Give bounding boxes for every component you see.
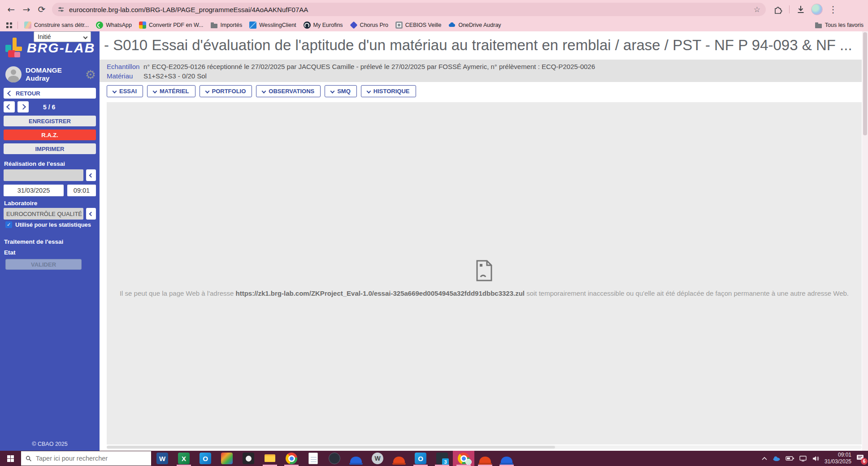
profile-avatar[interactable] bbox=[811, 4, 823, 15]
vertical-scrollbar[interactable] bbox=[862, 31, 868, 451]
taskbar-panda-app[interactable] bbox=[238, 451, 259, 466]
bookmark-pdf-converter[interactable]: Convertir PDF en W... bbox=[135, 20, 207, 30]
bookmark-eurofins[interactable]: My Eurofins bbox=[300, 20, 347, 30]
bookmark-label: CEBIOS Veille bbox=[405, 22, 442, 28]
date-input[interactable]: 31/03/2025 bbox=[4, 185, 64, 196]
laboratoire-input[interactable]: EUROCONTRÔLE QUALITÉ bbox=[4, 208, 83, 220]
tray-date: 31/03/2025 bbox=[825, 458, 851, 465]
network-icon[interactable] bbox=[799, 456, 807, 462]
bookmark-importes[interactable]: Importés bbox=[207, 20, 246, 30]
taskbar-notepad[interactable] bbox=[302, 451, 324, 466]
tab-portfolio[interactable]: PORTFOLIO bbox=[200, 85, 252, 97]
etat-label: Etat bbox=[4, 249, 16, 256]
page-title: - S010 Essai d'évaluation de l'aptitude … bbox=[104, 37, 857, 54]
error-suffix: soit temporairement inaccessible ou qu'e… bbox=[525, 289, 849, 297]
taskbar-helmet-red-app-2[interactable] bbox=[474, 451, 496, 466]
taskbar-photos[interactable] bbox=[216, 451, 238, 466]
tab-observations[interactable]: OBSERVATIONS bbox=[256, 85, 321, 97]
tab-label: SMQ bbox=[337, 88, 351, 95]
taskbar-outlook[interactable]: O bbox=[195, 451, 216, 466]
brg-lab-logo-text: BRG-LAB bbox=[27, 40, 95, 56]
stats-checkbox[interactable]: ✓ bbox=[5, 221, 12, 228]
taskbar-excel[interactable]: X bbox=[173, 451, 195, 466]
echantillon-link[interactable]: Echantillon bbox=[107, 63, 143, 70]
onedrive-icon bbox=[448, 22, 456, 29]
taskbar-search[interactable] bbox=[21, 451, 152, 466]
url-text[interactable]: eurocontrole.brg-lab.com/BRG-LAB/PAGE_pr… bbox=[69, 6, 754, 13]
realisation-picker-button[interactable] bbox=[86, 169, 96, 181]
info-band: Echantillon n° ECQ-E2025-0126 réceptionn… bbox=[100, 60, 862, 82]
gear-icon[interactable]: ⚙ bbox=[85, 69, 96, 81]
forward-icon[interactable]: → bbox=[19, 2, 34, 17]
raz-button[interactable]: R.A.Z. bbox=[4, 129, 96, 140]
onedrive-tray-icon[interactable] bbox=[773, 456, 781, 461]
sidebar: BRG-LAB DOMANGE Audray ⚙ RETOUR 5 / 6 EN… bbox=[0, 31, 100, 451]
bookmark-label: Importés bbox=[221, 22, 243, 28]
search-input[interactable] bbox=[36, 455, 147, 462]
tray-chevron-up-icon[interactable] bbox=[761, 456, 768, 461]
retour-button[interactable]: RETOUR bbox=[4, 88, 96, 99]
enregistrer-button[interactable]: ENREGISTRER bbox=[4, 116, 96, 126]
taskbar-outlook-2[interactable]: O bbox=[410, 451, 431, 466]
speaker-icon[interactable] bbox=[812, 456, 820, 462]
time-input[interactable]: 09:01 bbox=[67, 185, 96, 196]
apps-grid-icon[interactable] bbox=[6, 22, 9, 25]
downloads-icon[interactable] bbox=[793, 2, 808, 17]
bookmark-star-icon[interactable]: ☆ bbox=[754, 5, 760, 14]
user-name: DOMANGE Audray bbox=[26, 66, 85, 82]
bookmark-label: Construire sans détr... bbox=[34, 22, 89, 28]
taskbar-w-app[interactable]: W bbox=[367, 451, 388, 466]
taskbar-helmet-red-app[interactable] bbox=[388, 451, 410, 466]
bookmark-construire[interactable]: Construire sans détr... bbox=[21, 20, 92, 30]
taskbar-dark-app[interactable] bbox=[324, 451, 345, 466]
horizontal-scrollbar-thumb[interactable] bbox=[107, 446, 555, 449]
tab-materiel[interactable]: MATÉRIEL bbox=[147, 85, 195, 97]
address-bar[interactable]: eurocontrole.brg-lab.com/BRG-LAB/PAGE_pr… bbox=[52, 3, 766, 16]
bookmark-cebios[interactable]: CEBIOS Veille bbox=[392, 20, 445, 30]
valider-button[interactable]: VALIDER bbox=[5, 259, 82, 270]
taskbar-chrome-active[interactable] bbox=[453, 451, 474, 466]
vertical-scrollbar-thumb[interactable] bbox=[863, 32, 867, 135]
tab-label: HISTORIQUE bbox=[373, 88, 410, 95]
tab-historique[interactable]: HISTORIQUE bbox=[361, 85, 416, 97]
notification-center-icon[interactable]: 6 bbox=[856, 454, 864, 463]
pdf-converter-icon bbox=[139, 22, 146, 29]
laboratoire-picker-button[interactable] bbox=[86, 208, 96, 220]
battery-icon[interactable] bbox=[786, 456, 794, 461]
imprimer-button[interactable]: IMPRIMER bbox=[4, 143, 96, 154]
materiau-link[interactable]: Matériau bbox=[107, 72, 143, 80]
extensions-icon[interactable] bbox=[770, 2, 786, 17]
realisation-input[interactable] bbox=[4, 169, 83, 181]
taskbar-3cx[interactable]: 3 bbox=[431, 451, 453, 466]
all-favorites-button[interactable]: Tous les favoris bbox=[811, 20, 868, 30]
outlook-icon: O bbox=[200, 453, 211, 464]
etat-select[interactable]: Initié bbox=[34, 31, 91, 42]
taskbar-helmet-blue-app-2[interactable] bbox=[496, 451, 517, 466]
broken-page-icon bbox=[475, 260, 493, 283]
taskbar-helmet-blue-app[interactable] bbox=[345, 451, 367, 466]
taskbar-file-explorer[interactable] bbox=[259, 451, 281, 466]
tab-essai[interactable]: ESSAI bbox=[107, 85, 143, 97]
bookmark-chorus[interactable]: Chorus Pro bbox=[347, 20, 392, 30]
bookmark-onedrive[interactable]: OneDrive Audray bbox=[445, 20, 504, 30]
taskbar-word[interactable]: W bbox=[152, 451, 173, 466]
clock[interactable]: 09:01 31/03/2025 bbox=[825, 452, 851, 465]
w-app-icon: W bbox=[372, 453, 383, 464]
chrome-menu-icon[interactable]: ⋮ bbox=[825, 2, 841, 17]
bookmark-wessling[interactable]: WesslingClient bbox=[246, 20, 299, 30]
bookmark-label: Convertir PDF en W... bbox=[149, 22, 204, 28]
refresh-icon[interactable]: ⟳ bbox=[34, 2, 49, 17]
copyright: © CBAO 2025 bbox=[0, 441, 100, 447]
wessling-icon bbox=[249, 22, 256, 29]
system-tray: 09:01 31/03/2025 6 bbox=[761, 451, 868, 466]
start-button[interactable] bbox=[0, 451, 21, 466]
back-icon[interactable]: ← bbox=[4, 2, 19, 17]
horizontal-scrollbar[interactable] bbox=[107, 445, 862, 449]
pager-next-button[interactable] bbox=[17, 101, 29, 112]
tab-smq[interactable]: SMQ bbox=[325, 85, 357, 97]
taskbar-chrome[interactable] bbox=[281, 451, 302, 466]
realisation-label: Réalisation de l'essai bbox=[4, 160, 65, 167]
site-controls-icon[interactable] bbox=[57, 6, 65, 13]
bookmark-whatsapp[interactable]: WhatsApp bbox=[92, 20, 135, 30]
pager-prev-button[interactable] bbox=[4, 101, 15, 112]
